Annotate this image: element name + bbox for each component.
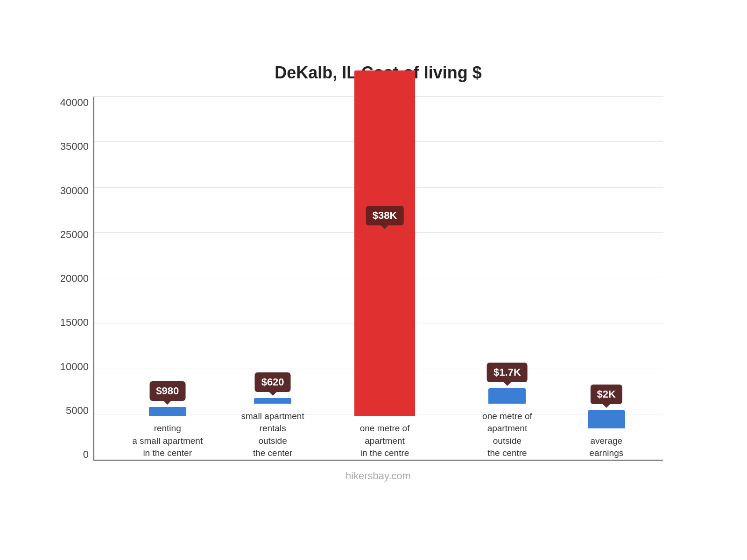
bar-tooltip-3: $38K bbox=[366, 206, 404, 225]
bar-label-1: rentinga small apartmentin the center bbox=[132, 422, 203, 460]
y-label-5000: 5000 bbox=[51, 405, 89, 417]
bar-4 bbox=[488, 388, 526, 404]
y-label-35000: 35000 bbox=[51, 140, 89, 153]
bar-group-5: $2K averageearnings bbox=[588, 410, 625, 460]
chart-container: DeKalb, IL Cost of living $ 40000 35000 … bbox=[47, 35, 700, 525]
bar-wrapper-5: $2K bbox=[588, 410, 625, 428]
bar-2 bbox=[254, 398, 291, 404]
y-label-0: 0 bbox=[51, 448, 89, 461]
bar-wrapper-3: $38K bbox=[354, 70, 415, 416]
bar-group-2: $620 small apartmentrentalsoutsidethe ce… bbox=[241, 398, 304, 460]
y-label-20000: 20000 bbox=[51, 273, 89, 285]
y-axis: 40000 35000 30000 25000 20000 15000 1000… bbox=[51, 97, 89, 461]
bar-label-4: one metre of apartmentoutsidethe centre bbox=[465, 410, 549, 460]
bars-area: $980 rentinga small apartmentin the cent… bbox=[94, 97, 663, 460]
bar-3 bbox=[354, 70, 415, 416]
bar-tooltip-5: $2K bbox=[591, 385, 622, 404]
y-label-30000: 30000 bbox=[51, 185, 89, 197]
bar-wrapper-4: $1.7K bbox=[488, 388, 526, 404]
bar-label-5: averageearnings bbox=[589, 435, 623, 460]
bar-1 bbox=[149, 407, 186, 416]
bar-wrapper-2: $620 bbox=[254, 398, 291, 404]
bar-tooltip-1: $980 bbox=[149, 381, 185, 401]
bar-group-3: $38K one metre of apartmentin the centre bbox=[343, 70, 427, 460]
bar-5 bbox=[588, 410, 625, 428]
bar-wrapper-1: $980 bbox=[149, 407, 186, 416]
y-label-10000: 10000 bbox=[51, 361, 89, 373]
bar-group-4: $1.7K one metre of apartmentoutsidethe c… bbox=[465, 388, 549, 460]
bar-label-3: one metre of apartmentin the centre bbox=[343, 422, 427, 460]
y-label-25000: 25000 bbox=[51, 229, 89, 241]
bar-label-2: small apartmentrentalsoutsidethe center bbox=[241, 410, 304, 460]
bar-tooltip-4: $1.7K bbox=[487, 363, 528, 382]
y-label-40000: 40000 bbox=[51, 97, 89, 109]
footer-text: hikersbay.com bbox=[93, 470, 663, 482]
bar-tooltip-2: $620 bbox=[255, 372, 291, 392]
y-label-15000: 15000 bbox=[51, 316, 89, 329]
bar-group-1: $980 rentinga small apartmentin the cent… bbox=[132, 407, 203, 460]
chart-area: $980 rentinga small apartmentin the cent… bbox=[93, 97, 663, 461]
